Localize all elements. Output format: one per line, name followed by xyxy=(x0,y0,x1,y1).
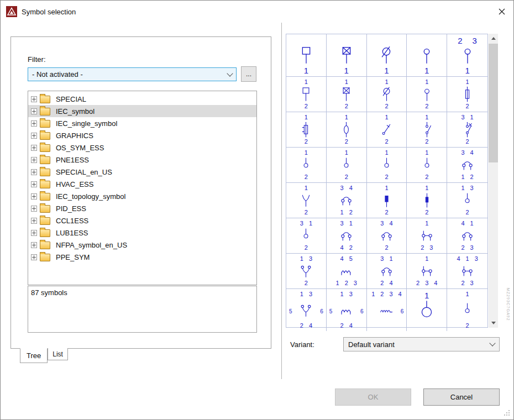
symbol-cell[interactable]: 41323 xyxy=(447,254,487,289)
symbol-cell[interactable]: 12 xyxy=(407,112,447,148)
scrollbar-down-button[interactable] xyxy=(489,318,498,328)
symbol-cell[interactable]: 12 xyxy=(286,183,327,218)
symbol-cell[interactable]: 12 xyxy=(367,183,407,218)
symbol-cell[interactable]: 12 xyxy=(367,77,407,112)
symbol-cell[interactable]: 132456 xyxy=(327,289,367,331)
tree-item[interactable]: PID_ESS xyxy=(28,202,256,214)
symbol-tree[interactable]: SPECIALIEC_symbolIEC_single_symbolGRAPHI… xyxy=(28,91,257,285)
tree-item[interactable]: CCL1ESS xyxy=(28,214,256,227)
tree-item[interactable]: HVAC_ESS xyxy=(28,178,256,190)
symbol-terminal-labels: 2 xyxy=(385,174,388,181)
symbol-cell[interactable]: 123 xyxy=(407,218,447,254)
title-bar: Symbol selection xyxy=(1,1,513,23)
tree-item[interactable]: SPECIAL_en_US xyxy=(28,166,256,178)
symbol-cell[interactable]: 12 xyxy=(286,112,327,148)
symbol-cell[interactable]: 4123 xyxy=(447,218,487,254)
symbol-cell[interactable]: 12 xyxy=(407,77,447,112)
symbol-cell[interactable]: 3142 xyxy=(327,218,367,254)
tree-item-label: HVAC_ESS xyxy=(54,180,96,189)
expand-plus-icon[interactable] xyxy=(31,133,37,139)
resize-grip[interactable] xyxy=(503,409,511,417)
symbol-terminal-labels: 1 xyxy=(424,66,429,75)
expand-plus-icon[interactable] xyxy=(31,181,37,187)
symbol-cell[interactable]: 1234 xyxy=(407,254,447,289)
symbol-terminal-labels: 2 xyxy=(345,174,348,181)
symbol-cell[interactable]: 12 xyxy=(407,183,447,218)
symbol-terminal-labels: 1 xyxy=(304,66,308,75)
symbol-cell[interactable]: 132 xyxy=(286,254,327,289)
symbol-cell[interactable]: 12 xyxy=(367,112,407,148)
expand-plus-icon[interactable] xyxy=(31,206,37,212)
expand-plus-icon[interactable] xyxy=(31,169,37,175)
variant-combobox[interactable]: Default variant xyxy=(343,337,500,351)
scrollbar-thumb[interactable] xyxy=(489,44,498,162)
expand-plus-icon[interactable] xyxy=(31,120,37,127)
symbol-glyph xyxy=(418,192,436,209)
symbol-terminal-labels: 2 xyxy=(425,138,428,145)
symbol-cell[interactable]: 12 xyxy=(447,289,487,331)
symbol-glyph xyxy=(338,121,355,138)
grid-scrollbar[interactable] xyxy=(489,34,498,328)
expand-plus-icon[interactable] xyxy=(31,96,37,102)
symbol-preview xyxy=(297,121,314,138)
symbol-cell[interactable]: 231 xyxy=(447,34,487,77)
expand-plus-icon[interactable] xyxy=(31,230,37,236)
close-button[interactable] xyxy=(492,2,511,21)
filter-more-button[interactable]: ... xyxy=(241,66,256,82)
ok-button[interactable]: OK xyxy=(335,389,411,406)
filter-combobox[interactable]: - Not activated - xyxy=(28,67,237,81)
symbol-cell[interactable]: 12 xyxy=(367,148,407,183)
symbol-cell[interactable]: 1 xyxy=(407,34,447,77)
symbol-cell[interactable]: 12346 xyxy=(367,289,407,331)
expand-plus-icon[interactable] xyxy=(31,242,37,248)
scrollbar-up-button[interactable] xyxy=(489,34,498,43)
symbol-cell[interactable]: 12 xyxy=(327,112,367,148)
symbol-side-label: 5 xyxy=(329,308,333,314)
folder-icon xyxy=(40,156,50,164)
expand-plus-icon[interactable] xyxy=(31,108,37,114)
symbol-cell[interactable]: 342 xyxy=(367,218,407,254)
symbol-cell[interactable]: 3412 xyxy=(327,183,367,218)
expand-plus-icon[interactable] xyxy=(31,145,37,151)
tree-item[interactable]: PNE1ESS xyxy=(28,154,256,166)
tree-item[interactable]: IEC_symbol xyxy=(28,105,256,117)
symbol-cell[interactable]: 12 xyxy=(286,77,327,112)
symbol-terminal-labels: 1 xyxy=(424,291,429,300)
symbol-cell[interactable]: 12 xyxy=(327,148,367,183)
tree-item[interactable]: GRAPHICS xyxy=(28,129,256,141)
symbol-cell[interactable]: 12 xyxy=(407,148,447,183)
tab-tree[interactable]: Tree xyxy=(20,348,48,363)
expand-plus-icon[interactable] xyxy=(31,157,37,163)
tree-item[interactable]: SPECIAL xyxy=(28,93,256,105)
tree-item[interactable]: LUB1ESS xyxy=(28,227,256,239)
tree-item[interactable]: IEC_topology_symbol xyxy=(28,190,256,202)
tree-item[interactable]: NFPA_symbol_en_US xyxy=(28,239,256,251)
expand-plus-icon[interactable] xyxy=(31,193,37,200)
symbol-cell[interactable]: 3124 xyxy=(367,254,407,289)
expand-plus-icon[interactable] xyxy=(31,254,37,260)
symbol-cell[interactable]: 1 xyxy=(286,34,327,77)
tree-item[interactable]: OS_SYM_ESS xyxy=(28,141,256,154)
symbol-cell[interactable]: 132 xyxy=(447,183,487,218)
expand-plus-icon[interactable] xyxy=(31,218,37,224)
symbol-cell[interactable]: 132456 xyxy=(286,289,327,331)
tree-item[interactable]: IEC_single_symbol xyxy=(28,117,256,129)
symbol-cell[interactable]: 1 xyxy=(367,34,407,77)
folder-icon xyxy=(40,132,50,140)
symbol-cell[interactable]: 12 xyxy=(447,77,487,112)
symbol-cell[interactable]: 45123 xyxy=(327,254,367,289)
symbol-cell[interactable]: 312 xyxy=(447,112,487,148)
arrow-up-icon xyxy=(491,37,496,40)
symbol-cell[interactable]: 1 xyxy=(327,34,367,77)
tab-list[interactable]: List xyxy=(48,348,68,360)
symbol-cell[interactable]: 3412 xyxy=(447,148,487,183)
symbol-cell[interactable]: 312 xyxy=(286,218,327,254)
symbol-cell[interactable]: 12 xyxy=(327,77,367,112)
cancel-button[interactable]: Cancel xyxy=(423,389,500,406)
tree-item[interactable]: PPE_SYM xyxy=(28,251,256,263)
symbol-cell[interactable]: 12 xyxy=(286,148,327,183)
symbol-terminal-labels: 2 xyxy=(345,138,348,145)
symbol-terminal-labels: 1 xyxy=(425,114,428,121)
symbol-glyph xyxy=(418,121,436,138)
symbol-cell[interactable]: 1 xyxy=(407,289,447,331)
